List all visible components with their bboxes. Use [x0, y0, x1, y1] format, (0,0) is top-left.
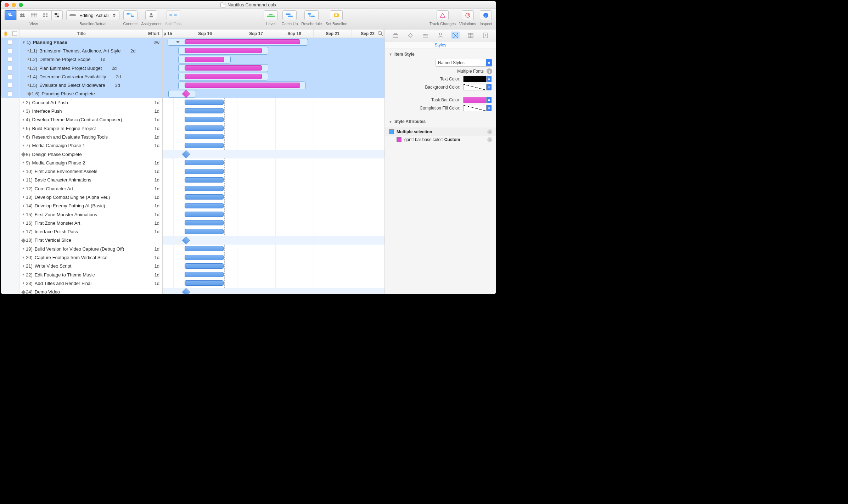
- baseline-dropdown[interactable]: Editing: Actual: [66, 10, 119, 20]
- gutter-row[interactable]: [1, 150, 19, 158]
- gutter-row[interactable]: [1, 193, 19, 201]
- level-button[interactable]: [264, 10, 278, 20]
- assignment-button[interactable]: [145, 10, 157, 20]
- gutter-row[interactable]: [1, 38, 19, 46]
- task-row[interactable]: •7)Media Campaign Phase 11d: [19, 141, 162, 150]
- task-row[interactable]: •11)Basic Character Animations1d: [19, 176, 162, 184]
- task-row[interactable]: •13)Develop Combat Engine (Alpha Ver.)1d: [19, 193, 162, 201]
- inspect-button[interactable]: i: [480, 10, 492, 20]
- gutter-row[interactable]: [1, 72, 19, 81]
- view-gantt-button[interactable]: [5, 10, 16, 20]
- style-attrs-header[interactable]: ▼Style Attributes: [389, 119, 492, 124]
- view-resource-button[interactable]: [16, 10, 28, 20]
- gutter-row[interactable]: [1, 262, 19, 270]
- gutter-row[interactable]: [1, 202, 19, 210]
- tab-resource-icon[interactable]: [436, 32, 445, 39]
- task-row[interactable]: •21)Write Video Script1d: [19, 262, 162, 270]
- task-bar[interactable]: [185, 169, 224, 174]
- bg-color-swatch[interactable]: [463, 84, 487, 90]
- search-icon[interactable]: [377, 30, 383, 36]
- connect-button[interactable]: [123, 10, 137, 20]
- gutter-row[interactable]: [1, 253, 19, 262]
- gutter-row[interactable]: [1, 124, 19, 133]
- task-bar[interactable]: [185, 143, 224, 148]
- task-row[interactable]: •6)Research and Evaluate Testing Tools1d: [19, 133, 162, 141]
- view-styles-button[interactable]: [51, 10, 63, 20]
- view-calendar-button[interactable]: [28, 10, 40, 20]
- task-row[interactable]: •10)First Zone Environment Assets1d: [19, 167, 162, 175]
- view-network-button[interactable]: [40, 10, 51, 20]
- task-bar[interactable]: [185, 272, 224, 277]
- gutter-row[interactable]: [1, 90, 19, 98]
- task-row[interactable]: ◆1.6)Planning Phase Complete: [19, 90, 162, 98]
- task-bar[interactable]: [185, 263, 224, 269]
- disclosure-triangle-icon[interactable]: ▼: [21, 40, 27, 44]
- task-bar[interactable]: [185, 255, 224, 260]
- task-row[interactable]: •1.3)Plan Estimated Project Budget2d: [19, 64, 162, 72]
- task-bar[interactable]: [185, 74, 262, 79]
- gutter-row[interactable]: [1, 141, 19, 150]
- task-row[interactable]: ▼1)Planning Phase2w: [19, 38, 162, 46]
- task-row[interactable]: •14)Develop Enemy Pathing AI (Basic)1d: [19, 202, 162, 210]
- gantt-body[interactable]: [163, 38, 384, 294]
- task-row[interactable]: •16)First Zone Monster Art1d: [19, 219, 162, 227]
- task-bar[interactable]: [185, 125, 224, 131]
- gutter-row[interactable]: [1, 167, 19, 175]
- task-bar[interactable]: [185, 160, 224, 165]
- task-bar[interactable]: [185, 134, 224, 139]
- tab-scheduling-icon[interactable]: [421, 32, 430, 39]
- gutter-row[interactable]: [1, 116, 19, 124]
- task-row[interactable]: •1.5)Evaluate and Select Middleware3d: [19, 81, 162, 89]
- task-bar[interactable]: [185, 229, 224, 234]
- task-row[interactable]: •1.1)Brainstorm Themes, Audience, Art St…: [19, 46, 162, 55]
- tab-custom-data-icon[interactable]: [466, 32, 475, 39]
- tab-styles-icon[interactable]: [451, 32, 460, 39]
- attr-gantt-bar-color[interactable]: gantt bar base color: Custom ✕: [385, 136, 496, 144]
- task-row[interactable]: ◆24)Demo Video: [19, 288, 162, 294]
- task-bar[interactable]: [185, 108, 224, 113]
- task-row[interactable]: ◆18)First Vertical Slice: [19, 236, 162, 245]
- gutter-row[interactable]: [1, 176, 19, 184]
- gutter-row[interactable]: [1, 46, 19, 55]
- task-bar[interactable]: [185, 220, 224, 225]
- tab-export-icon[interactable]: [481, 32, 490, 39]
- gutter-row[interactable]: [1, 133, 19, 141]
- gutter-row[interactable]: [1, 219, 19, 227]
- task-bar[interactable]: [185, 186, 224, 191]
- clear-attr-icon[interactable]: ✕: [487, 137, 492, 142]
- task-bar[interactable]: [185, 83, 300, 88]
- task-row[interactable]: •1.2)Determine Project Scope1d: [19, 55, 162, 64]
- gutter-row[interactable]: [1, 64, 19, 72]
- catchup-button[interactable]: [282, 10, 297, 20]
- gutter-row[interactable]: [1, 245, 19, 253]
- gutter-row[interactable]: [1, 107, 19, 115]
- task-row[interactable]: •3)Interface Push1d: [19, 107, 162, 115]
- task-row[interactable]: •12)Core Character Art1d: [19, 184, 162, 193]
- group-disclosure-icon[interactable]: [176, 41, 180, 43]
- text-color-swatch[interactable]: [463, 76, 487, 82]
- task-bar[interactable]: [185, 117, 224, 122]
- task-bar[interactable]: [185, 177, 224, 183]
- gutter-row[interactable]: [1, 55, 19, 64]
- task-bar[interactable]: [185, 48, 262, 53]
- task-row[interactable]: •22)Edit Footage to Theme Music1d: [19, 270, 162, 279]
- task-bar[interactable]: [185, 280, 224, 286]
- task-row[interactable]: •2)Concept Art Push1d: [19, 98, 162, 107]
- effort-column-header[interactable]: Effort: [143, 31, 162, 36]
- gutter-row[interactable]: [1, 279, 19, 287]
- task-row[interactable]: •20)Capture Footage from Vertical Slice1…: [19, 253, 162, 262]
- task-bar[interactable]: [185, 194, 224, 200]
- gutter-row[interactable]: [1, 210, 19, 219]
- task-row[interactable]: •19)Build Version for Video Capture (Deb…: [19, 245, 162, 253]
- gutter-row[interactable]: [1, 288, 19, 294]
- gutter-row[interactable]: [1, 228, 19, 236]
- task-bar[interactable]: [185, 246, 224, 251]
- task-bar[interactable]: [185, 57, 224, 62]
- violations-button[interactable]: [462, 10, 474, 20]
- set-baseline-button[interactable]: [330, 10, 343, 20]
- title-column-header[interactable]: Title: [19, 31, 143, 36]
- taskbar-color-swatch[interactable]: [463, 97, 487, 103]
- task-bar[interactable]: [185, 212, 224, 217]
- task-row[interactable]: •5)Build Sample In-Engine Project1d: [19, 124, 162, 133]
- task-row[interactable]: ◆8)Design Phase Complete: [19, 150, 162, 158]
